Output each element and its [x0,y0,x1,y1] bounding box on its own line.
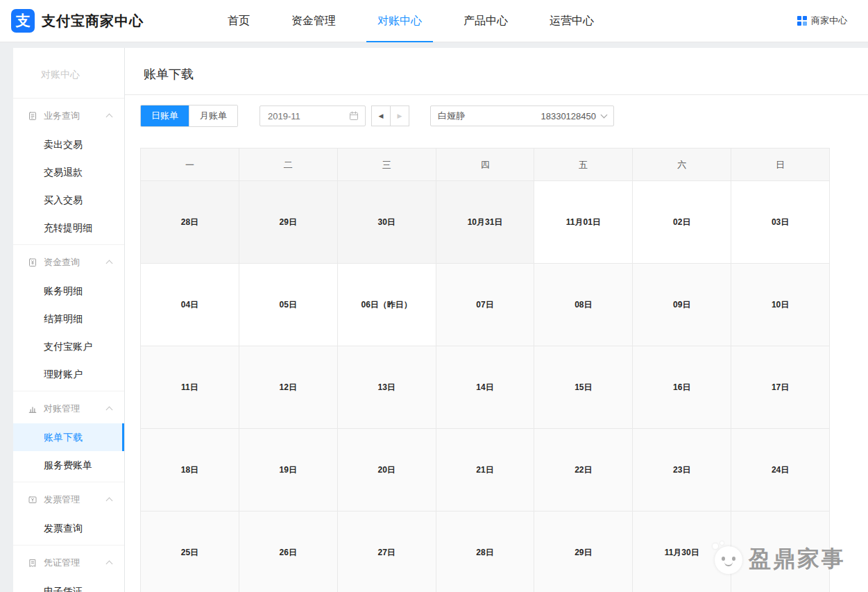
calendar-cell-0-1: 29日 [239,181,338,264]
nav-item-1[interactable]: 资金管理 [271,0,357,42]
nav-item-4[interactable]: 运营中心 [529,0,615,42]
calendar-cell-4-4: 29日 [534,511,633,592]
calendar-cell-1-5: 09日 [633,264,731,346]
calendar-cell-3-3: 21日 [436,429,535,511]
calendar-cell-3-6: 24日 [731,429,830,511]
next-month-button[interactable]: ▶ [390,105,409,126]
chevron-down-icon [601,111,608,118]
top-header: 支 支付宝商家中心 首页资金管理对账中心产品中心运营中心 商家中心 [0,0,868,42]
sidebar-section-title: 对账中心 [13,48,124,99]
sidebar-group-label: 对账管理 [44,403,80,415]
calendar-cell-1-1[interactable]: 05日 [239,264,338,346]
calendar-cell-2-0: 11日 [141,346,239,429]
calendar-cell-0-3: 10月31日 [436,181,535,264]
calendar-icon [349,111,359,121]
sidebar-group-header-4[interactable]: 凭证管理 [13,548,124,577]
calendar-cell-3-5: 23日 [633,429,731,511]
sidebar-item-0-3[interactable]: 充转提明细 [13,214,124,242]
sidebar-group-header-2[interactable]: 对账管理 [13,394,124,423]
sidebar-group-0: 业务查询卖出交易交易退款买入交易充转提明细 [13,99,124,245]
calendar-cell-4-5: 11月30日 [633,511,731,592]
voucher-icon [28,558,37,568]
calendar-cell-3-1: 19日 [239,429,338,511]
nav-item-0[interactable]: 首页 [207,0,271,42]
sidebar-item-3-0[interactable]: 发票查询 [13,514,124,542]
calendar-cell-2-5: 16日 [633,346,731,429]
sidebar-group-header-1[interactable]: 资金查询 [13,248,124,277]
page-title: 账单下载 [125,48,868,94]
account-name: 白娅静 [438,110,465,122]
calendar-cell-0-5[interactable]: 02日 [633,181,731,264]
calendar-cell-3-0: 18日 [141,429,239,511]
sidebar-item-0-0[interactable]: 卖出交易 [13,130,124,158]
calendar-cell-0-4[interactable]: 11月01日 [534,181,633,264]
sidebar-item-1-2[interactable]: 支付宝账户 [13,332,124,360]
calendar-cell-1-2[interactable]: 06日（昨日） [338,264,436,346]
left-arrow-icon: ◀ [379,112,384,119]
sidebar-group-header-0[interactable]: 业务查询 [13,101,124,130]
sidebar-item-4-0[interactable]: 电子凭证 [13,577,124,592]
account-select[interactable]: 白娅静 18330128450 [430,105,614,126]
alipay-logo-icon[interactable]: 支 [11,9,35,33]
body-row: 对账中心 业务查询卖出交易交易退款买入交易充转提明细资金查询账务明细结算明细支付… [0,48,868,592]
weekday-header-4: 五 [534,149,633,181]
calendar-cell-0-6[interactable]: 03日 [731,181,830,264]
collapse-chevron-icon [106,561,113,568]
sidebar-item-0-1[interactable]: 交易退款 [13,158,124,186]
sidebar-group-4: 凭证管理电子凭证 [13,546,124,592]
collapse-chevron-icon [106,260,113,267]
sidebar-group-label: 发票管理 [44,493,80,506]
sidebar-item-1-0[interactable]: 账务明细 [13,277,124,305]
sidebar-group-2: 对账管理账单下载服务费账单 [13,391,124,482]
calendar-cell-1-0[interactable]: 04日 [141,264,239,346]
month-value: 2019-11 [268,111,300,121]
bar-chart-icon [28,404,37,414]
brand: 支 支付宝商家中心 [11,9,207,33]
merchant-center-label: 商家中心 [811,15,847,27]
sidebar-group-header-3[interactable]: 发票管理 [13,485,124,514]
monthly-bill-button[interactable]: 月账单 [189,105,237,126]
prev-month-button[interactable]: ◀ [371,105,391,126]
calendar-cell-4-2: 27日 [338,511,436,592]
brand-title: 支付宝商家中心 [42,12,144,31]
account-number: 18330128450 [541,111,596,121]
calendar-cell-0-0: 28日 [141,181,239,264]
calendar-cell-0-2: 30日 [338,181,436,264]
calendar-cell-2-1: 12日 [239,346,338,429]
nav-item-2[interactable]: 对账中心 [357,0,443,42]
collapse-chevron-icon [106,114,113,121]
calendar-cell-2-2: 13日 [338,346,436,429]
calendar-cell-1-4: 08日 [534,264,633,346]
collapse-chevron-icon [106,407,113,414]
calendar-cell-3-4: 22日 [534,429,633,511]
sidebar-group-3: 发票管理发票查询 [13,482,124,546]
invoice-icon [28,495,37,505]
weekday-header-5: 六 [633,149,731,181]
calendar-cell-4-0: 25日 [141,511,239,592]
calendar-cell-2-3: 14日 [436,346,535,429]
fund-search-icon [28,257,37,267]
weekday-header-1: 二 [239,149,338,181]
sidebar-item-2-1[interactable]: 服务费账单 [13,451,124,479]
sidebar-item-1-1[interactable]: 结算明细 [13,305,124,332]
sidebar-item-1-3[interactable]: 理财账户 [13,360,124,388]
nav-item-3[interactable]: 产品中心 [443,0,529,42]
weekday-header-2: 三 [338,149,436,181]
sidebar-item-2-0[interactable]: 账单下载 [13,423,124,451]
weekday-header-3: 四 [436,149,535,181]
sidebar-group-label: 资金查询 [44,256,80,269]
sidebar: 对账中心 业务查询卖出交易交易退款买入交易充转提明细资金查询账务明细结算明细支付… [13,48,125,592]
sidebar-item-0-2[interactable]: 买入交易 [13,186,124,214]
calendar-cell-4-6 [731,511,830,592]
calendar-cell-3-2: 20日 [338,429,436,511]
main-content: 账单下载 日账单月账单 2019-11 ◀ ▶ 白娅静 18330128450 … [125,48,868,592]
top-nav: 首页资金管理对账中心产品中心运营中心 [207,0,615,42]
controls-bar: 日账单月账单 2019-11 ◀ ▶ 白娅静 18330128450 [140,105,868,127]
weekday-header-6: 日 [731,149,830,181]
month-input[interactable]: 2019-11 [259,105,366,126]
weekday-header-0: 一 [141,149,239,181]
merchant-center-link[interactable]: 商家中心 [797,15,847,27]
daily-bill-button[interactable]: 日账单 [141,105,189,126]
merchant-grid-icon [797,16,807,26]
right-arrow-icon: ▶ [398,112,402,119]
